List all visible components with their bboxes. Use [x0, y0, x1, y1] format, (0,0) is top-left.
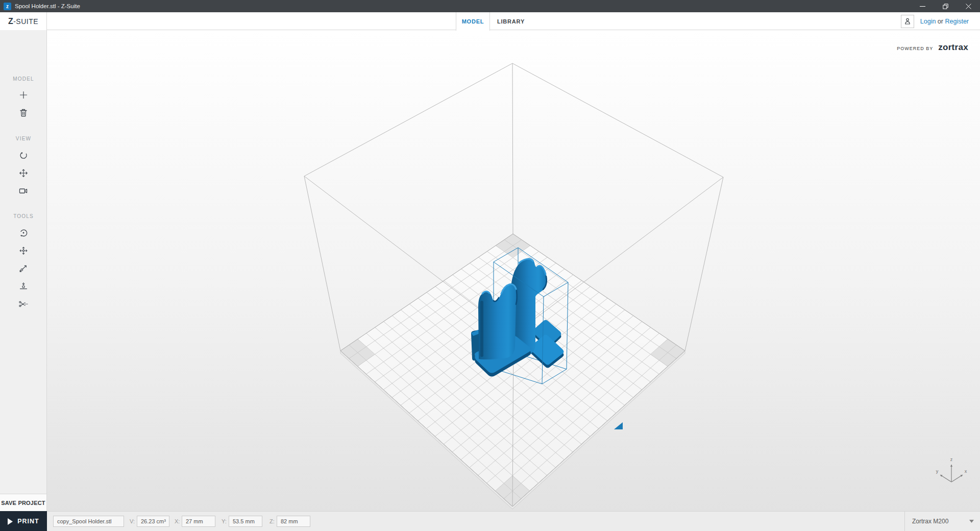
- add-model-button[interactable]: [13, 88, 34, 102]
- x-dim-field[interactable]: [182, 516, 215, 527]
- scale-tool-icon: [18, 263, 29, 274]
- place-tool-icon: [18, 281, 29, 292]
- restore-icon: [943, 4, 948, 9]
- logo-suite: -SUITE: [13, 17, 38, 26]
- auth-links: Login or Register: [920, 18, 969, 25]
- filename-field[interactable]: [53, 516, 124, 527]
- x-dim-label: X:: [175, 518, 180, 524]
- status-bar: PRINT V: X: Y: Z: Zortrax M200: [0, 511, 980, 531]
- svg-text:z: z: [950, 457, 953, 462]
- printer-select[interactable]: Zortrax M200: [904, 512, 980, 531]
- minimize-icon: [920, 4, 925, 9]
- print-label: PRINT: [17, 518, 39, 525]
- rotate-tool-button[interactable]: [13, 226, 34, 239]
- camera-view-button[interactable]: [13, 184, 34, 198]
- section-label-model: MODEL: [0, 76, 47, 82]
- person-icon: [904, 17, 911, 25]
- auth-or: or: [936, 18, 945, 25]
- z-dim-label: Z:: [270, 518, 275, 524]
- viewport-3d[interactable]: POWERED BY zortrax yxz: [47, 30, 980, 511]
- nav-bar: Z-SUITE MODEL LIBRARY Login or Register: [0, 12, 980, 30]
- user-account-button[interactable]: [901, 15, 914, 28]
- section-label-view: VIEW: [0, 136, 47, 141]
- auth-area: Login or Register: [901, 12, 969, 30]
- logo-z: Z: [8, 17, 13, 26]
- volume-field[interactable]: [137, 516, 169, 527]
- rotate-view-icon: [18, 150, 29, 160]
- close-icon: [966, 4, 971, 9]
- restore-button[interactable]: [934, 0, 957, 12]
- split-tool-icon: [18, 299, 29, 309]
- z-dim-field[interactable]: [277, 516, 310, 527]
- move-tool-icon: [18, 246, 29, 256]
- save-project-button[interactable]: SAVE PROJECT: [0, 494, 47, 511]
- camera-icon: [18, 186, 29, 196]
- scale-tool-button[interactable]: [13, 262, 34, 275]
- powered-by: POWERED BY zortrax: [897, 42, 968, 53]
- svg-text:y: y: [936, 469, 939, 474]
- login-link[interactable]: Login: [920, 18, 936, 25]
- zsuite-logo-text: Z-SUITE: [8, 17, 38, 26]
- printer-name: Zortrax M200: [912, 518, 969, 525]
- rotate-tool-icon: [18, 228, 29, 238]
- zortrax-brand-logo: zortrax: [938, 42, 968, 53]
- move-tool-button[interactable]: [13, 244, 34, 257]
- svg-text:x: x: [965, 469, 967, 474]
- close-button[interactable]: [957, 0, 980, 12]
- delete-model-button[interactable]: [13, 106, 34, 119]
- play-icon: [8, 518, 13, 525]
- y-dim-field[interactable]: [229, 516, 262, 527]
- app-icon: z: [4, 3, 11, 10]
- split-tool-button[interactable]: [13, 298, 34, 311]
- chevron-down-icon: [969, 520, 974, 523]
- volume-label: V:: [130, 518, 135, 524]
- tab-model[interactable]: MODEL: [456, 12, 490, 31]
- register-link[interactable]: Register: [945, 18, 969, 25]
- window-title: Spool Holder.stl - Z-Suite: [15, 3, 911, 9]
- pan-view-button[interactable]: [13, 166, 34, 180]
- title-bar: z Spool Holder.stl - Z-Suite: [0, 0, 980, 12]
- pan-icon: [18, 168, 29, 178]
- sidebar: MODEL VIEW TOOLS: [0, 30, 47, 494]
- powered-by-label: POWERED BY: [897, 46, 933, 51]
- zsuite-logo: Z-SUITE: [0, 12, 47, 30]
- build-plate-scene[interactable]: yxz: [47, 30, 980, 511]
- tab-library[interactable]: LIBRARY: [490, 12, 532, 30]
- section-label-tools: TOOLS: [0, 213, 47, 219]
- place-on-platform-tool-button[interactable]: [13, 280, 34, 293]
- minimize-button[interactable]: [911, 0, 934, 12]
- trash-icon: [18, 108, 29, 118]
- plus-icon: [18, 90, 29, 100]
- rotate-view-button[interactable]: [13, 149, 34, 162]
- print-button[interactable]: PRINT: [0, 511, 47, 531]
- y-dim-label: Y:: [222, 518, 227, 524]
